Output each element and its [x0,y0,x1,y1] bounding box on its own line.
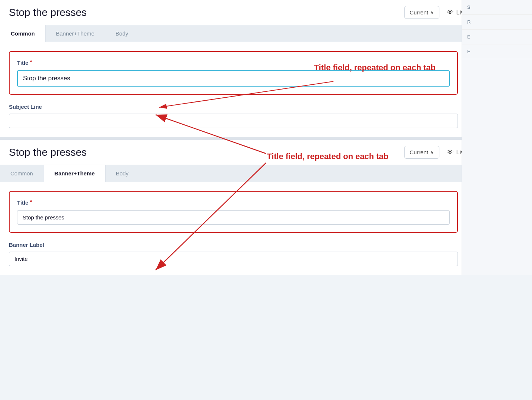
tab-body-label: Body [116,30,128,37]
bottom-header: Stop the presses Current ∨ 👁 Live Previe… [0,140,532,165]
top-panel: Stop the presses Current ∨ 👁 Live Previe… [0,0,532,137]
right-sidebar-bottom: S R E E [462,0,532,275]
tab-banner-theme-label-2: Banner+Theme [54,170,95,177]
bottom-panel: Stop the presses Current ∨ 👁 Live Previe… [0,140,532,275]
version-dropdown-2[interactable]: Current ∨ [404,146,439,159]
banner-label: Banner Label [9,242,458,248]
chevron-down-icon-2: ∨ [430,150,434,155]
version-label-2: Current [410,149,428,155]
subject-label: Subject Line [9,104,458,110]
bottom-tabs-bar: Common Banner+Theme Body [0,165,532,182]
required-star-bottom: * [30,199,32,206]
title-input-bottom[interactable] [17,210,450,225]
sidebar-e1-2: E [462,30,532,44]
top-tabs-bar: Common Banner+Theme Body [0,25,532,42]
tab-banner-theme-label: Banner+Theme [56,30,94,37]
required-star-top: * [30,59,32,66]
section-divider [0,137,532,140]
page-title-2: Stop the presses [9,147,397,158]
tab-body-top[interactable]: Body [105,25,139,42]
banner-input[interactable] [9,252,458,266]
tab-body-bottom[interactable]: Body [106,165,139,182]
top-header: Stop the presses Current ∨ 👁 Live Previe… [0,0,532,25]
top-panel-content: Title * Subject Line [0,42,532,137]
annotation-text: Title field, repeated on each tab [314,63,436,73]
chevron-down-icon: ∨ [430,10,434,15]
title-section-top: Title * [9,51,458,95]
title-input-top[interactable] [17,70,450,87]
title-section-bottom: Title * [9,191,458,233]
title-label-bottom: Title * [17,199,450,206]
version-dropdown[interactable]: Current ∨ [404,6,439,19]
tab-body-label-2: Body [116,170,129,177]
sidebar-r-2: R [462,15,532,30]
tab-banner-theme-top[interactable]: Banner+Theme [46,25,105,42]
sidebar-e2-2: E [462,44,532,59]
subject-input[interactable] [9,114,458,128]
subject-section: Subject Line [9,104,458,128]
banner-section: Banner Label [9,242,458,266]
bottom-panel-content: Title * Banner Label [0,182,532,275]
tab-common-bottom[interactable]: Common [0,165,44,182]
sidebar-s-2: S [462,0,532,15]
eye-icon: 👁 [447,9,453,16]
tab-common-label-2: Common [10,170,33,177]
tab-common-top[interactable]: Common [0,25,46,42]
page-title: Stop the presses [9,7,397,19]
eye-icon-2: 👁 [447,148,453,156]
tab-banner-theme-bottom[interactable]: Banner+Theme [44,165,106,182]
version-label: Current [410,9,428,16]
tab-common-label: Common [11,30,35,37]
